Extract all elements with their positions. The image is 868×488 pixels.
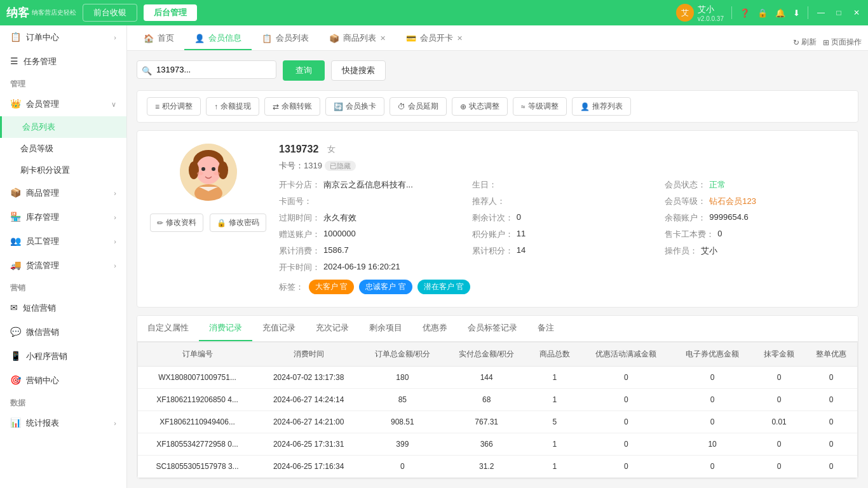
search-bar: 🔍 查询 快捷搜索 <box>137 60 858 81</box>
member-extend-btn[interactable]: ⏱ 会员延期 <box>390 97 447 116</box>
member-avatar <box>180 144 237 201</box>
maximize-btn[interactable]: □ <box>834 8 844 18</box>
points-adjust-btn[interactable]: ≡ 积分调整 <box>147 97 201 116</box>
sidebar-item-tasks[interactable]: ☰任务管理 <box>0 50 126 74</box>
referral-list-btn[interactable]: 👤 推荐列表 <box>572 97 631 116</box>
close-member-card[interactable]: ✕ <box>457 34 463 43</box>
info-gift-balance: 赠送账户： 1000000 <box>279 229 459 240</box>
section-management: 管理 <box>0 74 126 92</box>
content-area: 🏠 首页 👤 会员信息 📋 会员列表 📦 商品列表 ✕ 💳 <box>127 25 868 488</box>
tab-consume-records[interactable]: 消费记录 <box>199 316 252 341</box>
info-expire: 过期时间： 永久有效 <box>279 212 459 224</box>
member-list-icon: 📋 <box>262 34 272 43</box>
tag-vip[interactable]: 大客户 官 <box>309 280 354 294</box>
close-product-list[interactable]: ✕ <box>380 34 386 43</box>
cell-paid: 31.2 <box>445 456 529 478</box>
sidebar-sub-card-points[interactable]: 刷卡积分设置 <box>0 159 126 181</box>
tab-actions: ↻ 刷新 ⊞ 页面操作 <box>793 37 862 50</box>
sidebar-item-miniapp[interactable]: 📱小程序营销 <box>0 344 126 369</box>
member-card-no-inline: 女 <box>327 144 336 155</box>
tab-custom-attrs[interactable]: 自定义属性 <box>137 316 199 341</box>
user-name: 艾小 <box>698 4 724 15</box>
cell-discount: 0 <box>581 456 672 478</box>
status-adjust-btn[interactable]: ⊕ 状态调整 <box>452 97 508 116</box>
table-row[interactable]: XF18055342772958 0... 2024-06-25 17:31:3… <box>138 433 857 456</box>
tab-member-list[interactable]: 📋 会员列表 <box>252 27 319 50</box>
chevron-orders: › <box>114 34 116 41</box>
help-icon[interactable]: ❓ <box>740 8 750 18</box>
lock-icon[interactable]: 🔒 <box>757 8 768 18</box>
nav-front-btn[interactable]: 前台收银 <box>83 4 137 22</box>
sidebar-item-staff[interactable]: 👥员工管理 › <box>0 229 126 254</box>
sidebar-item-members[interactable]: 👑会员管理 ∨ <box>0 92 126 116</box>
query-button[interactable]: 查询 <box>283 60 325 81</box>
products-icon: 📦 <box>10 187 21 198</box>
section-data: 数据 <box>0 393 126 411</box>
sidebar-item-inventory[interactable]: 🏪库存管理 › <box>0 205 126 229</box>
edit-profile-btn[interactable]: ✏ 修改资料 <box>150 214 203 232</box>
cell-order-no: SC18055305157978 3... <box>138 456 257 478</box>
sidebar-item-logistics[interactable]: 🚚货流管理 › <box>0 254 126 278</box>
change-password-btn[interactable]: 🔒 修改密码 <box>210 214 266 232</box>
orders-icon: 📋 <box>10 32 21 42</box>
cell-total: 180 <box>360 367 444 389</box>
sidebar-item-wechat[interactable]: 💬微信营销 <box>0 320 126 344</box>
tab-member-card[interactable]: 💳 会员开卡 ✕ <box>396 27 473 50</box>
balance-transfer-btn[interactable]: ⇄ 余额转账 <box>264 97 320 116</box>
table-row[interactable]: WX18080071009751... 2024-07-02 13:17:38 … <box>138 367 857 389</box>
tab-remaining-items[interactable]: 剩余项目 <box>359 316 412 341</box>
tab-coupons[interactable]: 优惠券 <box>412 316 458 341</box>
tag-potential[interactable]: 潜在客户 官 <box>417 280 470 294</box>
cell-full-discount: 0 <box>805 456 857 478</box>
level-adjust-btn[interactable]: ≈ 等级调整 <box>513 97 567 116</box>
download-icon[interactable]: ⬇ <box>793 8 800 18</box>
search-input[interactable] <box>137 60 276 79</box>
tab-member-info[interactable]: 👤 会员信息 <box>184 27 252 50</box>
table-row[interactable]: XF18062119206850 4... 2024-06-27 14:24:1… <box>138 389 857 411</box>
card-exchange-icon: 🔄 <box>334 102 343 111</box>
sidebar-item-reports[interactable]: 📊统计报表 › <box>0 411 126 435</box>
member-card-top: ✏ 修改资料 🔒 修改密码 1319732 <box>150 144 845 294</box>
tab-product-list[interactable]: 📦 商品列表 ✕ <box>319 27 396 50</box>
quick-search-button[interactable]: 快捷搜索 <box>331 60 386 81</box>
sidebar-item-marketing[interactable]: 🎯营销中心 <box>0 369 126 393</box>
sidebar-sub-member-level[interactable]: 会员等级 <box>0 138 126 159</box>
svg-point-7 <box>197 172 203 175</box>
close-btn[interactable]: ✕ <box>851 8 862 18</box>
tag-loyal[interactable]: 忠诚客户 官 <box>359 280 412 294</box>
info-operator: 操作员： 艾小 <box>665 245 845 257</box>
cell-round: 0 <box>753 456 805 478</box>
info-points: 积分账户： 11 <box>472 229 653 240</box>
page-op-action[interactable]: ⊞ 页面操作 <box>823 37 862 48</box>
tab-remarks[interactable]: 备注 <box>527 316 564 341</box>
tab-member-tags[interactable]: 会员标签记录 <box>458 316 527 341</box>
balance-withdraw-btn[interactable]: ↑ 余额提现 <box>206 97 259 116</box>
cell-coupon: 10 <box>672 433 753 456</box>
col-paid-amount: 实付总金额/积分 <box>445 342 529 367</box>
refresh-action[interactable]: ↻ 刷新 <box>793 37 817 48</box>
sidebar-item-orders[interactable]: 📋订单中心 › <box>0 25 126 50</box>
info-balance: 余额账户： 9999654.6 <box>665 212 845 224</box>
tab-charge-records[interactable]: 充次记录 <box>306 316 359 341</box>
detail-section: 自定义属性 消费记录 充值记录 充次记录 剩余项目 优惠券 会员标签记录 备注 … <box>137 315 858 479</box>
minimize-btn[interactable]: — <box>816 8 826 18</box>
sidebar-item-products[interactable]: 📦商品管理 › <box>0 181 126 205</box>
svg-point-8 <box>214 172 220 175</box>
table-row[interactable]: SC18055305157978 3... 2024-06-25 17:16:3… <box>138 456 857 478</box>
bell-icon[interactable]: 🔔 <box>775 8 785 18</box>
tab-home[interactable]: 🏠 首页 <box>133 27 184 50</box>
svg-point-5 <box>201 167 205 171</box>
nav-back-btn[interactable]: 后台管理 <box>144 4 197 21</box>
points-icon: ≡ <box>155 102 159 111</box>
card-exchange-btn[interactable]: 🔄 会员换卡 <box>325 97 384 116</box>
cell-coupon: 0 <box>672 367 753 389</box>
tab-recharge-records[interactable]: 充值记录 <box>252 316 306 341</box>
logistics-icon: 🚚 <box>10 260 21 270</box>
sidebar-item-sms[interactable]: ✉短信营销 <box>0 296 126 320</box>
info-birthday: 生日： <box>472 179 653 191</box>
tags-row: 标签： 大客户 官 忠诚客户 官 潜在客户 官 <box>279 280 845 294</box>
cell-count: 1 <box>529 456 581 478</box>
table-row[interactable]: XF18062110949406... 2024-06-27 14:21:00 … <box>138 411 857 433</box>
sidebar-sub-member-list[interactable]: 会员列表 <box>0 116 126 138</box>
col-full-discount: 整单优惠 <box>805 342 857 367</box>
